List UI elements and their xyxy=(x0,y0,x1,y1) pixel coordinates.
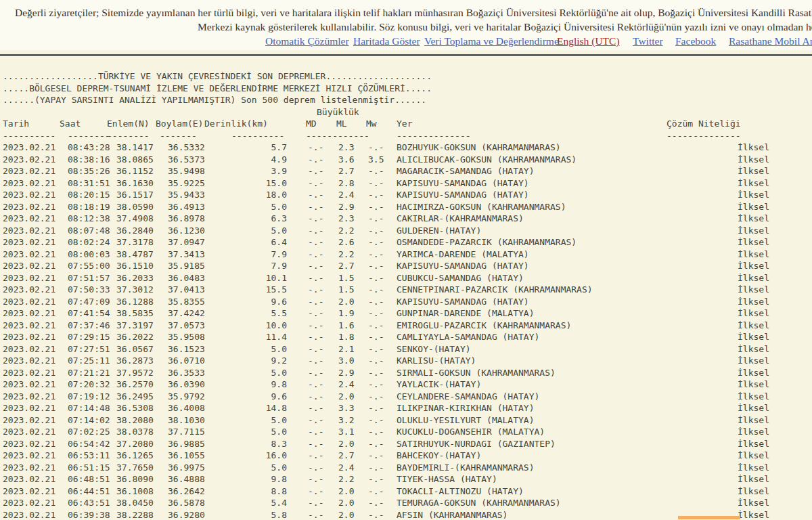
list-title-1: ..................TÜRKİYE VE YAKIN ÇEVRE… xyxy=(0,70,812,83)
dash-enlem: -------- xyxy=(107,130,150,142)
disclaimer-line-1: Değerli ziyaretçiler; Sitemizde yayımlan… xyxy=(0,5,812,20)
earthquake-row: 2023.02.2106:43:5138.045036.58785.4-.-2.… xyxy=(0,497,812,509)
nav-link[interactable]: Haritada Göster xyxy=(353,35,420,47)
koeri-earthquake-page: { "colors": { "top_background": "#fcfbf2… xyxy=(0,0,812,520)
earthquake-row: 2023.02.2108:35:2636.115235.94983.9-.-2.… xyxy=(0,165,812,177)
nav-link[interactable]: Rasathane Mobil Android Uygulaması xyxy=(729,35,812,47)
buyukluk-label: Büyüklük xyxy=(317,106,359,118)
earthquake-row: 2023.02.2108:12:3837.490836.89786.3-.-2.… xyxy=(0,213,812,225)
nav-link[interactable]: Facebook xyxy=(675,35,716,47)
earthquake-row: 2023.02.2107:20:3236.257036.03909.8-.-2.… xyxy=(0,378,812,391)
earthquake-row: 2023.02.2107:19:1236.249535.97929.6-.-2.… xyxy=(0,391,812,403)
dash-derinlik: ---------- xyxy=(231,130,284,142)
earthquake-row: 2023.02.2106:44:5136.100836.26428.8-.-2.… xyxy=(0,485,812,498)
earthquake-row: 2023.02.2108:02:2437.317837.09476.4-.-2.… xyxy=(0,236,812,248)
dash-cozum: -------------- xyxy=(667,130,741,142)
dash-magnitude: ------------ xyxy=(306,130,369,142)
earthquake-row: 2023.02.2107:25:1136.287336.07109.2-.-3.… xyxy=(0,355,812,367)
list-title-2: .....BÖLGESEL DEPREM-TSUNAMİ İZLEME VE D… xyxy=(0,83,812,95)
nav-link[interactable]: Otomatik Çözümler xyxy=(265,35,349,47)
earthquake-row: 2023.02.2107:41:5438.583537.42425.5-.-1.… xyxy=(0,307,812,320)
col-enlem: Enlem(N) xyxy=(107,118,150,130)
earthquake-row: 2023.02.2107:55:0036.151035.91857.9-.-2.… xyxy=(0,260,812,272)
earthquake-row: 2023.02.2108:38:1638.086536.53734.9-.-3.… xyxy=(0,154,812,166)
magnitude-group-header: Büyüklük xyxy=(0,106,812,118)
earthquake-row: 2023.02.2108:07:4836.284036.12305.0-.-2.… xyxy=(0,225,812,237)
col-cozum: Çözüm Niteliği xyxy=(667,118,741,130)
header-area: Değerli ziyaretçiler; Sitemizde yayımlan… xyxy=(0,0,812,50)
earthquake-row: 2023.02.2106:48:5136.809036.48889.8-.-2.… xyxy=(0,473,812,485)
dash-yer: -------------- xyxy=(397,130,471,142)
nav-link[interactable]: Twitter xyxy=(633,35,663,47)
list-title-3: ......(YAPAY SARSINTI ANALİZİ YAPILMAMIŞ… xyxy=(0,94,812,106)
earthquake-row: 2023.02.2107:47:0936.128835.83559.6-.-2.… xyxy=(0,296,812,308)
earthquake-row: 2023.02.2107:27:5136.056736.15235.0-.-2.… xyxy=(0,343,812,355)
col-boylam: Boylam(E) xyxy=(156,118,203,130)
earthquake-row: 2023.02.2107:02:2538.037837.71155.0-.-3.… xyxy=(0,426,812,438)
earthquake-rows: 2023.02.2108:43:2838.141736.53325.7-.-2.… xyxy=(0,142,812,520)
earthquake-row: 2023.02.2107:29:1536.202235.950811.4-.-1… xyxy=(0,331,812,343)
earthquake-row: 2023.02.2108:00:0338.478737.34137.9-.-2.… xyxy=(0,248,812,261)
disclaimer-line-2: Merkezi kaynak gösterilerek kullanılabil… xyxy=(0,20,812,34)
nav-link[interactable]: Veri Toplama ve Değerlendirme xyxy=(424,35,559,47)
earthquake-row: 2023.02.2108:31:5136.163035.922515.0-.-2… xyxy=(0,177,812,190)
col-mw: Mw xyxy=(366,118,377,130)
dash-boylam: ------- xyxy=(160,130,197,142)
earthquake-row: 2023.02.2106:53:1136.126536.105516.0-.-2… xyxy=(0,450,812,462)
dash-tarih: ---------- xyxy=(3,130,55,142)
earthquake-row: 2023.02.2107:14:4836.530836.400814.8-.-3… xyxy=(0,402,812,414)
earthquake-row: 2023.02.2108:43:2838.141736.53325.7-.-2.… xyxy=(0,142,812,154)
earthquake-row: 2023.02.2107:37:4637.319737.057310.0-.-1… xyxy=(0,320,812,332)
earthquake-row: 2023.02.2108:18:1938.059036.49135.0-.-2.… xyxy=(0,201,812,213)
nav-links: Otomatik ÇözümlerHaritada GösterVeri Top… xyxy=(0,35,812,50)
earthquake-row: 2023.02.2106:51:1537.765036.99755.0-.-2.… xyxy=(0,462,812,474)
earthquake-row: 2023.02.2107:51:5736.203336.048310.1-.-1… xyxy=(0,272,812,284)
earthquake-row: 2023.02.2108:20:1536.151735.943318.0-.-2… xyxy=(0,189,812,201)
earthquake-row: 2023.02.2107:21:2137.957236.35335.0-.-2.… xyxy=(0,367,812,379)
dash-saat: -------- xyxy=(68,130,110,142)
col-tarih: Tarih xyxy=(3,118,29,130)
selection-highlight-artifact xyxy=(678,516,740,519)
column-header-row: Tarih Saat Enlem(N) Boylam(E) Derinlik(k… xyxy=(0,118,812,130)
earthquake-row: 2023.02.2107:50:3337.301237.041315.5-.-1… xyxy=(0,284,812,296)
col-yer: Yer xyxy=(397,118,412,130)
separator-dashes-row: ---------- -------- -------- ------- ---… xyxy=(0,130,812,142)
nav-link[interactable]: English (UTC) xyxy=(557,35,620,47)
earthquake-row: 2023.02.2107:14:0238.208038.10305.0-.-3.… xyxy=(0,414,812,427)
earthquake-row: 2023.02.2106:54:4237.208036.98858.3-.-2.… xyxy=(0,438,812,450)
col-md: MD xyxy=(306,118,317,130)
col-ml: ML xyxy=(336,118,347,130)
earthquake-list: ..................TÜRKİYE VE YAKIN ÇEVRE… xyxy=(0,57,812,520)
col-derinlik: Derinlik(km) xyxy=(204,118,268,130)
col-saat: Saat xyxy=(60,118,81,130)
